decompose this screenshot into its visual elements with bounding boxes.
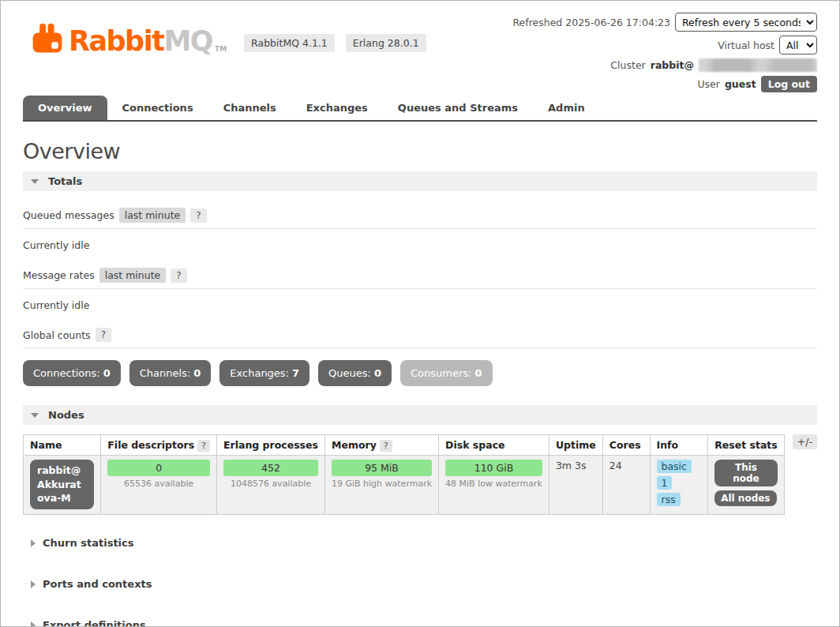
virtual-host-label: Virtual host	[718, 39, 774, 51]
rabbitmq-logo-icon	[31, 21, 64, 54]
virtual-host-select[interactable]: All	[779, 36, 817, 54]
tab-exchanges[interactable]: Exchanges	[291, 96, 383, 120]
section-ports-and-contexts[interactable]: Ports and contexts	[31, 564, 817, 605]
section-churn-statistics[interactable]: Churn statistics	[31, 523, 817, 564]
cluster-label: Cluster	[610, 59, 645, 71]
col-name: Name	[24, 435, 101, 456]
col-reset-stats: Reset stats	[708, 435, 785, 456]
memory-meter: 95 MiB	[332, 460, 432, 476]
column-toggle-badge[interactable]: +/-	[793, 434, 817, 449]
message-rates-row: Message rates last minute ?	[23, 261, 817, 289]
message-rates-status: Currently idle	[23, 289, 817, 321]
info-badge-1[interactable]: 1	[657, 476, 673, 490]
chevron-down-icon	[31, 179, 39, 184]
main-content: Overview Totals Queued messages last min…	[23, 139, 817, 627]
queued-messages-status: Currently idle	[23, 229, 817, 261]
file-descriptors-meter: 0	[107, 460, 210, 476]
col-info: Info	[650, 435, 708, 456]
chevron-right-icon	[31, 539, 36, 547]
chevron-right-icon	[31, 580, 36, 588]
reset-stats-cell: This node All nodes	[708, 456, 785, 515]
node-name-cell: rabbit@Akkuratova-M	[24, 456, 101, 515]
message-rates-range-badge[interactable]: last minute	[99, 268, 167, 283]
connections-count-button[interactable]: Connections:0	[23, 360, 121, 386]
user-name: guest	[725, 78, 756, 90]
erlang-processes-sub: 1048576 available	[223, 479, 318, 489]
disk-space-cell: 110 GiB 48 MiB low watermark	[439, 456, 549, 515]
section-totals-label: Totals	[48, 175, 82, 187]
message-rates-help-icon[interactable]: ?	[171, 268, 186, 283]
tab-queues-and-streams[interactable]: Queues and Streams	[383, 96, 533, 120]
user-label: User	[697, 78, 720, 90]
cluster-name-redacted	[699, 58, 817, 72]
global-counts-row: Global counts ?	[23, 321, 817, 348]
chevron-right-icon	[31, 621, 36, 627]
global-counts-help-icon[interactable]: ?	[96, 328, 111, 342]
file-descriptors-cell: 0 65536 available	[101, 456, 217, 515]
brand-wordmark: RabbitMQ	[69, 28, 212, 54]
info-badge-rss[interactable]: rss	[657, 493, 681, 506]
rabbitmq-management-window: RabbitMQ TM RabbitMQ 4.1.1 Erlang 28.0.1…	[0, 0, 840, 627]
uptime-cell: 3m 3s	[549, 456, 602, 515]
tab-connections[interactable]: Connections	[107, 96, 208, 120]
info-cell: basic1 rss	[650, 456, 708, 515]
memory-sub: 19 GiB high watermark	[332, 479, 432, 489]
erlang-processes-meter: 452	[223, 460, 318, 476]
nodes-table-header-row: Name File descriptors? Erlang processes …	[24, 435, 785, 456]
cores-cell: 24	[602, 456, 650, 515]
consumers-count-button[interactable]: Consumers:0	[400, 360, 493, 386]
queues-count-button[interactable]: Queues:0	[318, 360, 392, 386]
message-rates-label: Message rates	[23, 269, 95, 281]
col-uptime: Uptime	[549, 435, 602, 456]
erlang-version-badge: Erlang 28.0.1	[346, 34, 426, 52]
refresh-interval-select[interactable]: Refresh every 5 seconds	[675, 13, 817, 32]
tab-admin[interactable]: Admin	[533, 96, 600, 120]
queued-messages-range-badge[interactable]: last minute	[119, 208, 186, 223]
section-nodes-label: Nodes	[48, 409, 84, 421]
node-row: rabbit@Akkuratova-M 0 65536 available 45…	[24, 456, 785, 515]
page-title: Overview	[23, 139, 817, 163]
memory-help-icon[interactable]: ?	[380, 440, 392, 452]
tab-overview[interactable]: Overview	[23, 96, 107, 120]
file-descriptors-help-icon[interactable]: ?	[197, 440, 210, 452]
col-memory: Memory?	[324, 435, 438, 456]
chevron-down-icon	[31, 413, 39, 418]
logout-button[interactable]: Log out	[761, 76, 817, 92]
rabbitmq-version-badge: RabbitMQ 4.1.1	[244, 34, 335, 52]
exchanges-count-button[interactable]: Exchanges:7	[219, 360, 309, 386]
rabbitmq-logo[interactable]: RabbitMQ TM	[31, 21, 227, 54]
global-counts-label: Global counts	[23, 329, 91, 341]
tab-channels[interactable]: Channels	[208, 96, 291, 120]
refreshed-timestamp: Refreshed 2025-06-26 17:04:23	[512, 17, 670, 28]
disk-space-meter: 110 GiB	[445, 460, 542, 476]
col-file-descriptors: File descriptors?	[101, 435, 217, 456]
reset-all-nodes-button[interactable]: All nodes	[714, 490, 776, 506]
erlang-processes-cell: 452 1048576 available	[216, 456, 324, 515]
global-count-buttons: Connections:0 Channels:0 Exchanges:7 Que…	[23, 360, 817, 386]
cluster-name-prefix: rabbit@	[651, 59, 694, 71]
section-export-definitions[interactable]: Export definitions	[31, 605, 817, 627]
file-descriptors-sub: 65536 available	[107, 479, 210, 489]
reset-this-node-button[interactable]: This node	[714, 460, 778, 486]
main-nav-tabs: Overview Connections Channels Exchanges …	[23, 96, 817, 122]
nodes-table: Name File descriptors? Erlang processes …	[23, 434, 785, 515]
trademark-label: TM	[215, 45, 227, 53]
col-disk-space: Disk space	[439, 435, 549, 456]
info-badge-basic[interactable]: basic	[657, 460, 692, 473]
channels-count-button[interactable]: Channels:0	[129, 360, 212, 386]
queued-messages-help-icon[interactable]: ?	[190, 208, 206, 223]
col-cores: Cores	[602, 435, 650, 456]
header: RabbitMQ TM RabbitMQ 4.1.1 Erlang 28.0.1…	[1, 1, 839, 91]
node-name-badge[interactable]: rabbit@Akkuratova-M	[30, 460, 94, 509]
disk-space-sub: 48 MiB low watermark	[445, 479, 542, 489]
queued-messages-row: Queued messages last minute ?	[23, 201, 817, 229]
col-erlang-processes: Erlang processes	[216, 435, 324, 456]
queued-messages-label: Queued messages	[23, 209, 114, 221]
section-nodes[interactable]: Nodes	[23, 405, 817, 425]
section-totals[interactable]: Totals	[23, 171, 817, 191]
memory-cell: 95 MiB 19 GiB high watermark	[324, 456, 438, 515]
